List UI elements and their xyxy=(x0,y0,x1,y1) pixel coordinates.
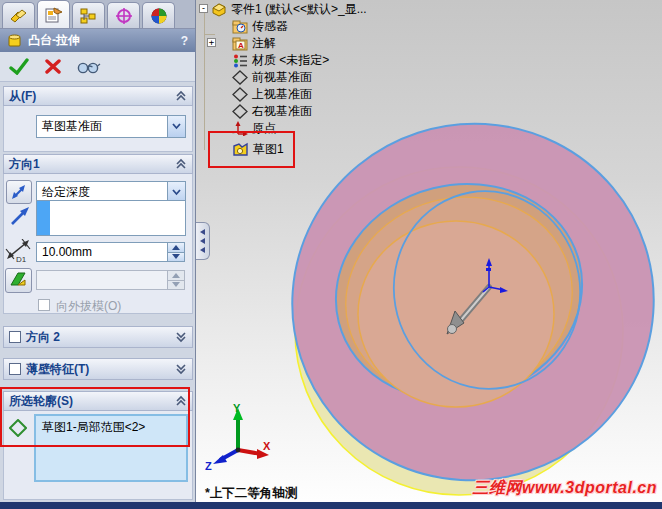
section-label: 薄壁特征(T) xyxy=(26,361,89,378)
tree-item-top-plane[interactable]: 上视基准面 xyxy=(197,86,312,103)
tree-item-label: 材质 <未指定> xyxy=(252,52,329,69)
svg-text:A: A xyxy=(238,41,244,50)
sketch-icon xyxy=(232,142,249,158)
depth-spinner[interactable] xyxy=(167,242,185,262)
view-orientation-label: *上下二等角轴测 xyxy=(205,485,297,502)
tree-item-front-plane[interactable]: 前视基准面 xyxy=(197,69,312,86)
triad-x-label: X xyxy=(263,440,271,452)
chevron-up-icon[interactable] xyxy=(175,395,187,407)
contour-list-item[interactable]: 草图1-局部范围<2> xyxy=(36,416,186,436)
ok-button[interactable] xyxy=(9,58,29,75)
section-header-from[interactable]: 从(F) xyxy=(3,86,193,106)
tree-item-label: 传感器 xyxy=(252,18,288,35)
tree-item-label: 原点 xyxy=(252,120,276,137)
solidworks-screen: Y X Z *上下二等角轴测 三维网www.3dportal.cn 零件1 (默… xyxy=(0,0,662,509)
feature-tree: 零件1 (默认<<默认>_显... - 传感器 A 注解 + xyxy=(197,0,397,170)
extrude-direction-icon xyxy=(8,206,32,228)
collapse-arrow-icon xyxy=(200,238,205,244)
collapse-arrow-icon xyxy=(200,247,205,253)
draft-outward-checkbox xyxy=(38,299,50,311)
section-label: 方向 2 xyxy=(26,329,60,346)
combo-value: 草图基准面 xyxy=(37,118,167,135)
tab-configurationmanager[interactable] xyxy=(72,2,105,28)
combo-value: 给定深度 xyxy=(37,184,167,201)
section-header-direction2[interactable]: 方向 2 xyxy=(3,326,193,348)
tree-item-label: 草图1 xyxy=(253,141,284,158)
depth-value: 10.00mm xyxy=(42,245,92,259)
svg-text:D1: D1 xyxy=(16,255,27,263)
tree-item-label: 零件1 (默认<<默认>_显... xyxy=(231,1,367,18)
displaymanager-icon xyxy=(149,7,169,25)
tree-item-label: 右视基准面 xyxy=(252,103,312,120)
collapse-arrow-icon xyxy=(200,229,205,235)
help-button[interactable]: ? xyxy=(181,34,188,48)
depth-value-field[interactable]: 10.00mm xyxy=(36,242,168,262)
section-label: 从(F) xyxy=(9,88,36,105)
section-label: 方向1 xyxy=(9,156,40,173)
chevron-down-icon[interactable] xyxy=(167,116,185,137)
propertymanager-icon xyxy=(44,6,64,24)
detailed-preview-button[interactable] xyxy=(77,60,101,74)
origin-icon: * xyxy=(232,121,248,136)
contour-diamond-icon xyxy=(9,419,27,437)
tree-item-label: 前视基准面 xyxy=(252,69,312,86)
action-buttons-row xyxy=(0,52,195,82)
section-header-thin-feature[interactable]: 薄壁特征(T) xyxy=(3,358,193,380)
tree-item-right-plane[interactable]: 右视基准面 xyxy=(197,103,312,120)
plane-icon xyxy=(232,104,248,119)
direction2-checkbox[interactable] xyxy=(9,331,21,343)
section-header-selected-contours[interactable]: 所选轮廓(S) xyxy=(3,391,193,411)
svg-text:*: * xyxy=(232,130,235,136)
draft-angle-field-disabled xyxy=(36,270,168,290)
plane-icon xyxy=(232,70,248,85)
reverse-direction-button[interactable] xyxy=(6,180,32,204)
dimxpertmanager-icon xyxy=(114,7,134,25)
selected-contours-listbox[interactable]: 草图1-局部范围<2> xyxy=(34,414,188,482)
feature-title: 凸台-拉伸 xyxy=(28,32,80,49)
tree-item-origin[interactable]: * 原点 xyxy=(197,120,276,137)
tree-item-sensors[interactable]: 传感器 xyxy=(197,18,288,35)
chevron-down-icon[interactable] xyxy=(175,363,187,375)
sensors-folder-icon xyxy=(232,19,248,34)
spin-down-button[interactable] xyxy=(167,253,185,263)
panel-splitter-handle[interactable] xyxy=(196,222,210,260)
chevron-up-icon[interactable] xyxy=(175,90,187,102)
annotations-folder-icon: A xyxy=(232,36,248,51)
tab-featuremanager[interactable] xyxy=(2,2,35,28)
draft-outward-label: 向外拔模(O) xyxy=(56,298,121,315)
tab-propertymanager[interactable] xyxy=(37,0,70,28)
chevron-down-icon[interactable] xyxy=(175,331,187,343)
draft-button[interactable] xyxy=(5,268,32,293)
expand-expander[interactable]: + xyxy=(207,38,216,47)
triad-z-label: Z xyxy=(205,460,212,472)
plane-icon xyxy=(232,87,248,102)
propertymanager-panel: 凸台-拉伸 ? 从(F) xyxy=(0,0,196,502)
panel-tabstrip xyxy=(0,0,195,29)
boss-extrude-icon xyxy=(7,33,22,48)
direction-selection-box[interactable] xyxy=(36,200,186,236)
tree-item-material[interactable]: 材质 <未指定> xyxy=(197,52,329,69)
start-condition-combo[interactable]: 草图基准面 xyxy=(36,115,186,138)
active-selection-bar xyxy=(37,201,50,235)
tree-item-sketch1[interactable]: 草图1 xyxy=(197,141,284,158)
draft-spinner-disabled xyxy=(167,270,185,290)
section-label: 所选轮廓(S) xyxy=(9,393,73,410)
spin-up-button[interactable] xyxy=(167,242,185,253)
tab-displaymanager[interactable] xyxy=(142,2,175,28)
window-bottom-edge xyxy=(0,502,662,509)
featuremanager-tree-icon xyxy=(9,7,29,25)
chevron-up-icon[interactable] xyxy=(175,158,187,170)
part-icon xyxy=(211,2,227,17)
material-icon xyxy=(232,53,248,68)
tree-item-part[interactable]: 零件1 (默认<<默认>_显... xyxy=(197,1,367,18)
thin-feature-checkbox[interactable] xyxy=(9,363,21,375)
draft-icon xyxy=(9,271,28,290)
tree-item-label: 上视基准面 xyxy=(252,86,312,103)
cancel-button[interactable] xyxy=(45,59,61,74)
collapse-expander[interactable]: - xyxy=(199,4,208,13)
tab-dimxpertmanager[interactable] xyxy=(107,2,140,28)
reverse-direction-icon xyxy=(10,183,28,201)
section-header-direction1[interactable]: 方向1 xyxy=(3,154,193,174)
tree-item-label: 注解 xyxy=(252,35,276,52)
reference-triad: Y X Z xyxy=(203,400,275,472)
